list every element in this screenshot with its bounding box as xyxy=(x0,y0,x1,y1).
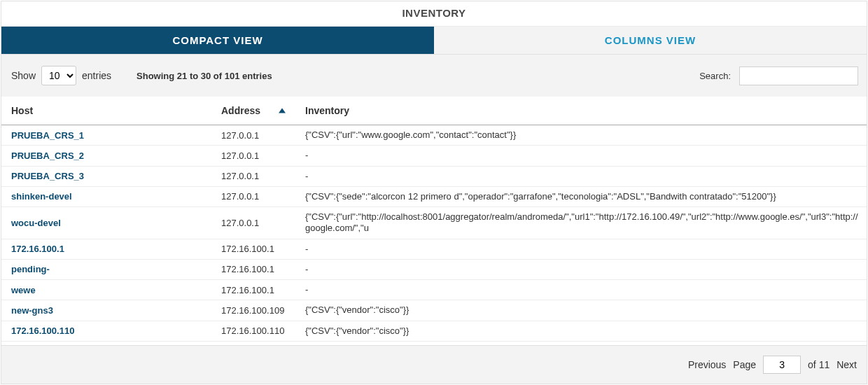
table-row: wocu-devel127.0.0.1{"CSV":{"url":"http:/… xyxy=(1,207,867,239)
cell-address: 127.0.0.1 xyxy=(211,166,295,186)
search-control: Search: xyxy=(699,66,858,85)
cell-inventory: - xyxy=(295,239,867,259)
search-label: Search: xyxy=(699,71,731,81)
entries-info: Showing 21 to 30 of 101 entries xyxy=(136,71,272,81)
table-row: wewe172.16.100.1- xyxy=(1,280,867,300)
cell-address: 127.0.0.1 xyxy=(211,207,295,239)
host-link[interactable]: PRUEBA_CRS_1 xyxy=(11,130,84,141)
column-header-inventory[interactable]: Inventory xyxy=(295,97,867,125)
cell-inventory: {"CSV":{"url":"www.google.com","contact"… xyxy=(295,125,867,146)
sort-asc-icon xyxy=(279,108,286,113)
previous-button[interactable]: Previous xyxy=(688,359,726,370)
cell-inventory: - xyxy=(295,280,867,300)
cell-address: 172.16.100.1 xyxy=(211,259,295,279)
host-link[interactable]: 172.16.100.110 xyxy=(11,326,74,336)
table-row: 172.16.100.1172.16.100.1- xyxy=(1,239,867,259)
cell-inventory: - xyxy=(295,166,867,186)
cell-inventory: {"CSV":{"sede":"alcorcon 12 primero d","… xyxy=(295,186,867,206)
inventory-table: Host Address Inventory PRUEBA_CRS_1127.0… xyxy=(1,97,867,342)
table-row: PRUEBA_CRS_1127.0.0.1{"CSV":{"url":"www.… xyxy=(1,125,867,146)
host-link[interactable]: PRUEBA_CRS_2 xyxy=(11,150,84,161)
column-header-address[interactable]: Address xyxy=(211,97,295,125)
cell-host: new-gns3 xyxy=(1,300,211,321)
of-label: of 11 xyxy=(808,359,830,370)
panel-title: INVENTORY xyxy=(1,1,867,27)
search-input[interactable] xyxy=(739,66,858,85)
cell-inventory: - xyxy=(295,259,867,279)
cell-host: PRUEBA_CRS_1 xyxy=(1,125,211,146)
cell-host: shinken-devel xyxy=(1,186,211,206)
host-link[interactable]: wocu-devel xyxy=(11,218,61,228)
cell-host: PRUEBA_CRS_3 xyxy=(1,166,211,186)
cell-address: 172.16.100.110 xyxy=(211,321,295,341)
page-input[interactable] xyxy=(763,356,801,374)
column-header-host[interactable]: Host xyxy=(1,97,211,125)
view-tabs: COMPACT VIEW COLUMNS VIEW xyxy=(1,27,867,55)
pagination: Previous Page of 11 Next xyxy=(1,345,867,384)
host-link[interactable]: PRUEBA_CRS_3 xyxy=(11,171,84,181)
table-row: PRUEBA_CRS_2127.0.0.1- xyxy=(1,146,867,166)
table-controls: Show 10 entries Showing 21 to 30 of 101 … xyxy=(1,55,867,97)
table-row: shinken-devel127.0.0.1{"CSV":{"sede":"al… xyxy=(1,186,867,206)
cell-host: pending- xyxy=(1,259,211,279)
table-row: PRUEBA_CRS_3127.0.0.1- xyxy=(1,166,867,186)
tab-compact-view[interactable]: COMPACT VIEW xyxy=(1,27,434,54)
cell-host: PRUEBA_CRS_2 xyxy=(1,146,211,166)
host-link[interactable]: 172.16.100.1 xyxy=(11,244,64,254)
cell-address: 127.0.0.1 xyxy=(211,146,295,166)
cell-inventory: - xyxy=(295,146,867,166)
inventory-panel: INVENTORY COMPACT VIEW COLUMNS VIEW Show… xyxy=(1,1,867,384)
cell-host: 172.16.100.110 xyxy=(1,321,211,341)
cell-address: 172.16.100.109 xyxy=(211,300,295,321)
tab-columns-view[interactable]: COLUMNS VIEW xyxy=(434,27,867,54)
host-link[interactable]: wewe xyxy=(11,285,36,295)
cell-address: 172.16.100.1 xyxy=(211,239,295,259)
page-label: Page xyxy=(733,359,756,370)
cell-host: wocu-devel xyxy=(1,207,211,239)
cell-inventory: {"CSV":{"vendor":"cisco"}} xyxy=(295,300,867,321)
table-row: pending-172.16.100.1- xyxy=(1,259,867,279)
table-row: new-gns3172.16.100.109{"CSV":{"vendor":"… xyxy=(1,300,867,321)
show-label: Show xyxy=(11,70,36,81)
cell-address: 172.16.100.1 xyxy=(211,280,295,300)
cell-inventory: {"CSV":{"vendor":"cisco"}} xyxy=(295,321,867,341)
host-link[interactable]: shinken-devel xyxy=(11,191,72,202)
cell-host: 172.16.100.1 xyxy=(1,239,211,259)
cell-inventory: {"CSV":{"url":"http://localhost:8001/agg… xyxy=(295,207,867,239)
table-row: 172.16.100.110172.16.100.110{"CSV":{"ven… xyxy=(1,321,867,341)
next-button[interactable]: Next xyxy=(836,359,857,370)
entries-label: entries xyxy=(82,70,111,81)
page-size-select[interactable]: 10 xyxy=(41,66,76,85)
entries-control: Show 10 entries xyxy=(11,66,111,85)
host-link[interactable]: new-gns3 xyxy=(11,305,53,316)
host-link[interactable]: pending- xyxy=(11,264,50,274)
cell-host: wewe xyxy=(1,280,211,300)
cell-address: 127.0.0.1 xyxy=(211,186,295,206)
cell-address: 127.0.0.1 xyxy=(211,125,295,146)
